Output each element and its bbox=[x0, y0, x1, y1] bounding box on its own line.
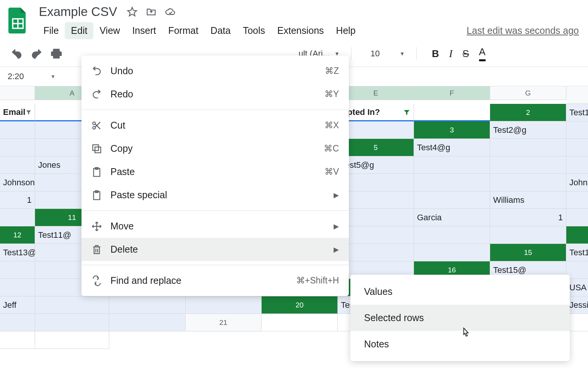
cloud-status-icon[interactable] bbox=[165, 6, 176, 17]
filter-icon[interactable] bbox=[403, 108, 411, 116]
cell[interactable] bbox=[490, 174, 566, 191]
cell[interactable] bbox=[490, 139, 566, 156]
cell[interactable]: Garcia bbox=[414, 209, 490, 226]
submenu-item-values[interactable]: Values bbox=[350, 279, 570, 305]
row-header[interactable]: 3 bbox=[414, 121, 490, 139]
text-color-button[interactable]: A bbox=[479, 46, 486, 61]
move-to-folder-icon[interactable] bbox=[146, 6, 157, 17]
cell[interactable] bbox=[0, 261, 35, 279]
cell[interactable]: Test2@g bbox=[490, 121, 566, 139]
menu-view[interactable]: View bbox=[93, 22, 126, 39]
cell[interactable]: Test1@g bbox=[566, 104, 588, 121]
cell[interactable] bbox=[566, 209, 588, 226]
cell[interactable] bbox=[0, 331, 35, 349]
cell[interactable] bbox=[338, 174, 414, 191]
undo-icon[interactable] bbox=[11, 48, 23, 60]
cell[interactable]: Johnson bbox=[566, 174, 588, 191]
menu-edit[interactable]: Edit bbox=[65, 22, 93, 39]
submenu-item-notes[interactable]: Notes bbox=[350, 331, 570, 357]
last-edit-link[interactable]: Last edit was seconds ago bbox=[467, 25, 580, 36]
cell[interactable] bbox=[109, 314, 185, 331]
cell[interactable] bbox=[0, 121, 35, 139]
menu-tools[interactable]: Tools bbox=[237, 22, 271, 39]
menu-extensions[interactable]: Extensions bbox=[271, 22, 330, 39]
menu-item-find-replace[interactable]: Find and replace ⌘+Shift+H bbox=[81, 269, 349, 292]
print-icon[interactable] bbox=[50, 48, 62, 60]
menu-help[interactable]: Help bbox=[330, 22, 361, 39]
cell[interactable]: 1 bbox=[566, 191, 588, 209]
menu-item-copy[interactable]: Copy ⌘C bbox=[81, 137, 349, 160]
cell[interactable] bbox=[0, 279, 35, 296]
cell[interactable] bbox=[35, 314, 109, 331]
star-icon[interactable] bbox=[127, 6, 137, 17]
menu-item-move[interactable]: Move ▶ bbox=[81, 215, 349, 238]
cell[interactable] bbox=[566, 121, 588, 139]
cell[interactable] bbox=[109, 296, 185, 314]
cell[interactable] bbox=[262, 314, 338, 331]
row-header[interactable]: 15 bbox=[490, 244, 566, 261]
menu-data[interactable]: Data bbox=[205, 22, 237, 39]
cell[interactable] bbox=[0, 156, 35, 174]
submenu-item-selected-rows[interactable]: Selected rows bbox=[350, 305, 570, 331]
sheets-logo[interactable] bbox=[8, 7, 28, 34]
cell[interactable] bbox=[338, 244, 414, 261]
cell[interactable] bbox=[185, 296, 262, 314]
cell[interactable] bbox=[414, 104, 490, 121]
row-header[interactable]: 14 bbox=[566, 226, 588, 244]
select-all-corner[interactable] bbox=[0, 86, 35, 100]
document-title[interactable]: Example CSV bbox=[37, 4, 118, 20]
cell[interactable]: 1 bbox=[490, 209, 566, 226]
cell[interactable] bbox=[566, 156, 588, 174]
cell[interactable]: Test5@g bbox=[338, 156, 414, 174]
menu-item-delete[interactable]: Delete ▶ bbox=[81, 238, 349, 261]
row-header[interactable]: 12 bbox=[0, 226, 35, 244]
cell[interactable]: Email bbox=[0, 104, 35, 121]
cell[interactable] bbox=[338, 209, 414, 226]
cell[interactable]: Test14@ bbox=[566, 244, 588, 261]
cell[interactable]: Test4@g bbox=[414, 139, 490, 156]
redo-icon[interactable] bbox=[30, 48, 43, 60]
cell[interactable] bbox=[35, 331, 109, 349]
cell[interactable] bbox=[0, 209, 35, 226]
cell[interactable]: 1 bbox=[0, 191, 35, 209]
cell[interactable] bbox=[566, 139, 588, 156]
cell[interactable] bbox=[0, 139, 35, 156]
cell[interactable] bbox=[338, 121, 414, 139]
menu-insert[interactable]: Insert bbox=[126, 22, 162, 39]
menu-item-redo[interactable]: Redo ⌘Y bbox=[81, 83, 349, 106]
row-header[interactable]: 20 bbox=[262, 296, 338, 314]
cell[interactable] bbox=[414, 226, 490, 244]
font-size-select[interactable]: 10 ▼ bbox=[371, 49, 405, 59]
menu-item-undo[interactable]: Undo ⌘Z bbox=[81, 59, 349, 83]
cell[interactable] bbox=[414, 174, 490, 191]
menu-format[interactable]: Format bbox=[162, 22, 205, 39]
cell[interactable]: Johnson bbox=[0, 174, 35, 191]
menu-item-paste[interactable]: Paste ⌘V bbox=[81, 160, 349, 183]
menu-file[interactable]: File bbox=[37, 22, 65, 39]
cell[interactable]: Opted In? bbox=[338, 104, 414, 121]
cell[interactable]: Jeff bbox=[0, 296, 35, 314]
row-header[interactable]: 1 bbox=[566, 86, 588, 104]
strikethrough-button[interactable]: S bbox=[462, 48, 469, 60]
filter-icon[interactable] bbox=[26, 108, 32, 116]
column-header[interactable]: G bbox=[490, 86, 566, 100]
cell[interactable] bbox=[338, 226, 414, 244]
column-header[interactable]: F bbox=[414, 86, 490, 100]
menu-item-paste-special[interactable]: Paste special ▶ bbox=[81, 183, 349, 207]
row-header[interactable]: 5 bbox=[338, 139, 414, 156]
cell[interactable] bbox=[414, 244, 490, 261]
cell[interactable] bbox=[490, 156, 566, 174]
cell[interactable] bbox=[490, 226, 566, 244]
cell[interactable] bbox=[414, 156, 490, 174]
cell[interactable] bbox=[338, 191, 414, 209]
italic-button[interactable]: I bbox=[449, 48, 452, 60]
cell[interactable]: Williams bbox=[490, 191, 566, 209]
menu-item-cut[interactable]: Cut ⌘X bbox=[81, 114, 349, 137]
bold-button[interactable]: B bbox=[432, 48, 439, 60]
row-header[interactable]: 21 bbox=[185, 314, 262, 331]
name-box[interactable]: 2:20 ▼ bbox=[4, 70, 59, 83]
cell[interactable] bbox=[0, 314, 35, 331]
cell[interactable]: Test13@ bbox=[0, 244, 35, 261]
cell[interactable] bbox=[414, 191, 490, 209]
cell[interactable] bbox=[35, 296, 109, 314]
